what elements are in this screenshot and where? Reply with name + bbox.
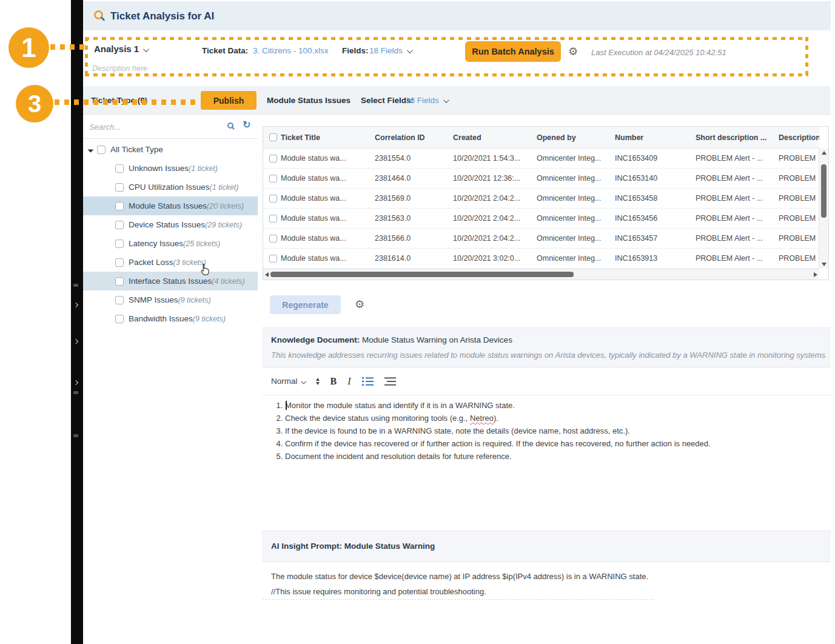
checkbox[interactable] <box>115 315 124 323</box>
table-cell: 2381464.0 <box>375 174 453 183</box>
ticket-data-file-link[interactable]: 3. Citizens - 100.xlsx <box>253 46 329 55</box>
vertical-scroll-thumb[interactable] <box>821 164 827 218</box>
ai-prompt-line[interactable]: The module status for device $device(dev… <box>271 572 648 581</box>
chevron-right-icon[interactable] <box>73 303 78 307</box>
chevron-right-icon[interactable] <box>73 380 78 385</box>
table-cell: PROBLEM <box>779 254 819 263</box>
analysis-selector[interactable]: Analysis 1 <box>94 44 147 54</box>
table-cell: 2381569.0 <box>375 194 453 203</box>
tree-item-cpu-utilization-issues[interactable]: CPU Utilization Issues(1 ticket) <box>83 178 258 196</box>
text-cursor <box>286 401 287 410</box>
table-row[interactable]: Module status wa... 2381464.0 10/20/2021… <box>263 169 819 189</box>
step-item[interactable]: If the device is found to be in a WARNIN… <box>285 424 816 437</box>
ai-prompt-line[interactable]: //This issue requires monitoring and pot… <box>271 587 486 596</box>
checkbox[interactable] <box>115 258 124 267</box>
table-row[interactable]: Module status wa... 2381554.0 10/20/2021… <box>263 149 819 169</box>
step-item[interactable]: Document the incident and resolution det… <box>285 450 816 463</box>
horizontal-scrollbar[interactable] <box>263 269 819 280</box>
tree-item-snmp-issues[interactable]: SNMP Issues(9 tickets) <box>83 290 258 309</box>
tree-item-latency-issues[interactable]: Latency Issues(25 tickets) <box>83 234 258 253</box>
column-header[interactable]: Ticket Title <box>281 133 375 142</box>
gear-icon[interactable]: ⚙ <box>568 46 578 57</box>
step-item[interactable]: Monitor the module status and identify i… <box>285 399 816 412</box>
tree-item-packet-loss[interactable]: Packet Loss(3 tickets) <box>83 253 258 272</box>
tree-expand-caret-icon[interactable] <box>88 147 94 153</box>
table-cell: Module status wa... <box>281 194 375 203</box>
row-checkbox[interactable] <box>269 155 277 163</box>
publish-button[interactable]: Publish <box>201 91 257 110</box>
italic-button[interactable]: I <box>347 376 350 387</box>
table-cell: PROBLEM Alert - ... <box>696 174 779 183</box>
gear-icon[interactable]: ⚙ <box>355 299 364 310</box>
table-row[interactable]: Module status wa... 2381566.0 10/20/2021… <box>263 229 819 249</box>
table-cell: PROBLEM Alert - ... <box>696 154 779 163</box>
refresh-icon[interactable]: ↻ <box>243 120 250 130</box>
bullet-list-icon[interactable] <box>384 377 396 386</box>
tree-item-interface-status-issues[interactable]: Interface Status Issues(4 tickets) <box>83 272 258 290</box>
column-header[interactable]: Description <box>779 133 819 142</box>
search-icon[interactable] <box>227 122 233 129</box>
row-checkbox[interactable] <box>269 215 277 223</box>
column-header[interactable]: Number <box>615 133 696 142</box>
font-size-icon[interactable] <box>316 378 320 385</box>
horizontal-scroll-thumb[interactable] <box>270 272 574 277</box>
ordered-list-icon[interactable] <box>362 377 374 386</box>
table-row[interactable]: Module status wa... 2381563.0 10/20/2021… <box>263 209 819 229</box>
tree-item-label: CPU Utilization Issues <box>129 183 210 192</box>
tree-item-bandwidth-issues[interactable]: Bandwidth Issues(9 tickets) <box>83 309 258 328</box>
fields-value: 18 Fields <box>369 46 403 55</box>
scroll-down-arrow-icon[interactable] <box>822 263 827 266</box>
step-item[interactable]: Confirm if the device has recovered or i… <box>285 437 816 450</box>
checkbox[interactable] <box>115 221 124 229</box>
tree-item-all-ticket-type[interactable]: All Ticket Type <box>83 140 258 159</box>
scroll-up-arrow-icon[interactable] <box>822 151 827 155</box>
tree-item-device-status-issues[interactable]: Device Status Issues(29 tickets) <box>83 215 258 234</box>
search-input[interactable] <box>89 118 220 135</box>
analysis-description-placeholder[interactable]: Description here <box>92 64 147 73</box>
section-title: Module Status Issues <box>267 96 350 105</box>
fields-dropdown[interactable]: 18 Fields <box>369 46 411 55</box>
step-item[interactable]: Check the device status using monitoring… <box>285 412 816 424</box>
checkbox[interactable] <box>115 240 124 248</box>
table-cell: 10/20/2021 2:04:2... <box>453 214 537 223</box>
column-header[interactable]: Short description ... <box>696 133 779 142</box>
table-cell: INC1653409 <box>615 154 696 163</box>
page-title: Ticket Analysis for AI <box>110 10 214 22</box>
run-batch-analysis-button[interactable]: Run Batch Analysis <box>465 41 561 62</box>
checkbox[interactable] <box>115 164 124 173</box>
row-checkbox[interactable] <box>269 255 277 263</box>
select-fields-dropdown[interactable]: 18 Fields <box>406 96 448 105</box>
table-row[interactable]: Module status wa... 2381614.0 10/20/2021… <box>263 249 819 269</box>
scroll-right-arrow-icon[interactable] <box>814 272 817 277</box>
chevron-down-icon <box>143 46 149 52</box>
vertical-scrollbar[interactable] <box>819 149 828 269</box>
regenerate-button[interactable]: Regenerate <box>270 295 341 314</box>
editor-content[interactable]: Monitor the module status and identify i… <box>270 399 816 463</box>
checkbox[interactable] <box>115 296 124 304</box>
scroll-left-arrow-icon[interactable] <box>265 272 269 277</box>
collapsed-side-panel[interactable] <box>71 0 83 644</box>
tree-item-label: Module Status Issues <box>129 201 207 210</box>
chevron-right-icon[interactable] <box>73 339 78 344</box>
checkbox[interactable] <box>115 277 124 286</box>
column-header[interactable]: Correlation ID <box>375 133 453 142</box>
checkbox[interactable] <box>115 183 124 192</box>
row-checkbox[interactable] <box>269 235 277 243</box>
tree-item-module-status-issues[interactable]: Module Status Issues(20 tickets) <box>83 196 258 215</box>
select-all-checkbox[interactable] <box>269 133 277 141</box>
ai-insight-prompt-header: AI Insight Prompt: Module Status Warning <box>262 531 831 562</box>
tree-item-unknown-issues[interactable]: Unknown Issues(1 ticket) <box>83 159 258 178</box>
table-row[interactable]: Module status wa... 2381569.0 10/20/2021… <box>263 189 819 209</box>
row-checkbox[interactable] <box>269 195 277 203</box>
row-checkbox[interactable] <box>269 175 277 183</box>
table-cell: PROBLEM <box>779 174 819 183</box>
format-dropdown[interactable]: Normal <box>271 377 305 386</box>
tree-item-count: (9 tickets) <box>178 296 211 304</box>
bold-button[interactable]: B <box>330 376 337 387</box>
checkbox[interactable] <box>115 202 124 210</box>
column-header[interactable]: Created <box>453 133 537 142</box>
column-header[interactable]: Opened by <box>537 133 615 142</box>
prompt-area-divider <box>263 599 654 600</box>
annotation-rect-right <box>805 37 808 76</box>
checkbox[interactable] <box>97 146 106 154</box>
